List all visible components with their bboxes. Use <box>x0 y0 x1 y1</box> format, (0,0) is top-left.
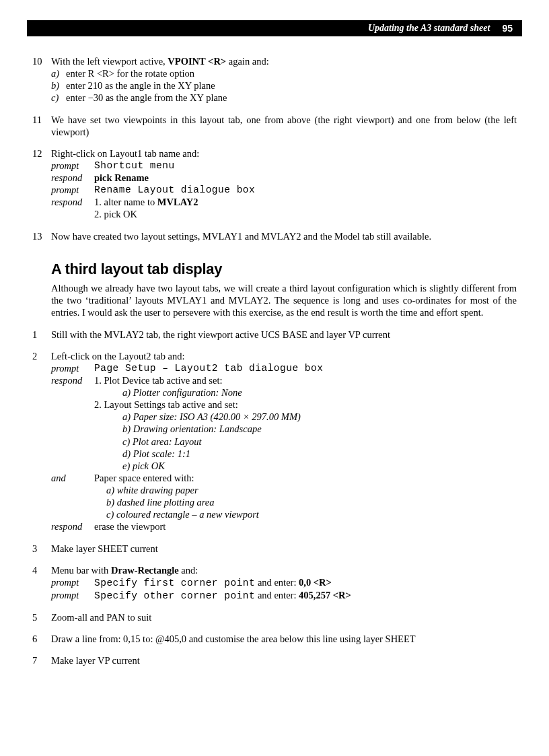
text: 0,0 <R> <box>299 577 332 588</box>
text: pick Rename <box>94 172 517 184</box>
item-number: 3 <box>32 543 51 555</box>
text: c) coloured rectangle – a new viewport <box>106 509 259 520</box>
header-title: Updating the A3 standard sheet <box>368 20 490 36</box>
list-item: 13 Now have created two layout settings,… <box>32 230 517 242</box>
text: MVLAY2 <box>157 197 198 207</box>
text: Shortcut menu <box>94 160 517 172</box>
list-item: 10 With the left viewport active, VPOINT… <box>32 55 517 104</box>
item-number: 6 <box>32 633 51 645</box>
prompt-label: prompt <box>51 576 94 589</box>
list-item: 4 Menu bar with Draw-Rectangle and: prom… <box>32 564 517 602</box>
text: Left-click on the Layout2 tab and: <box>51 350 517 362</box>
page-header: Updating the A3 standard sheet 95 <box>27 20 522 36</box>
text: With the left viewport active, <box>51 56 168 67</box>
list-item: 5 Zoom-all and PAN to suit <box>32 611 517 623</box>
text: Paper space entered with: <box>94 472 517 484</box>
respond-label: respond <box>51 196 94 208</box>
text: Make layer VP current <box>51 654 517 666</box>
item-number: 11 <box>32 114 51 138</box>
list-item: 12 Right-click on Layout1 tab name and: … <box>32 147 517 221</box>
text: 1. alter name to <box>94 197 157 207</box>
text: Right-click on Layout1 tab name and: <box>51 147 517 160</box>
text: Menu bar with <box>51 565 111 576</box>
respond-label: respond <box>51 374 94 386</box>
text: 405,257 <R> <box>299 590 351 600</box>
intro-paragraph: Although we already have two layout tabs… <box>32 282 517 318</box>
text: a) white drawing paper <box>106 485 198 495</box>
prompt-label: prompt <box>51 589 94 602</box>
list-item: 7 Make layer VP current <box>32 654 517 666</box>
text: c) Plot area: Layout <box>122 436 201 447</box>
sublist-label: c) <box>51 92 66 104</box>
text: Draw a line from: 0,15 to: @405,0 and cu… <box>51 633 517 645</box>
text: We have set two viewpoints in this layou… <box>51 114 517 138</box>
text: Page Setup – Layout2 tab dialogue box <box>94 362 517 374</box>
list-item: 11 We have set two viewpoints in this la… <box>32 114 517 138</box>
list-item: 6 Draw a line from: 0,15 to: @405,0 and … <box>32 633 517 645</box>
text: Rename Layout dialogue box <box>94 184 517 196</box>
item-number: 7 <box>32 654 51 666</box>
prompt-label: prompt <box>51 184 94 196</box>
text: Specify first corner point <box>94 578 255 588</box>
page-number: 95 <box>502 20 513 36</box>
prompt-label: prompt <box>51 160 94 172</box>
page-content: 10 With the left viewport active, VPOINT… <box>27 55 522 666</box>
text: enter 210 as the angle in the XY plane <box>66 79 215 92</box>
text: Make layer SHEET current <box>51 543 517 555</box>
sublist-label: a) <box>51 67 66 79</box>
list-item: 3 Make layer SHEET current <box>32 543 517 555</box>
text: 2. pick OK <box>94 208 517 220</box>
text: b) dashed line plotting area <box>106 497 215 508</box>
prompt-label: prompt <box>51 362 94 374</box>
item-number: 10 <box>32 55 51 104</box>
text: 1. Plot Device tab active and set: <box>94 374 517 386</box>
item-number: 12 <box>32 147 51 221</box>
list-item: 2 Left-click on the Layout2 tab and: pro… <box>32 350 517 533</box>
text: Although we already have two layout tabs… <box>51 282 517 318</box>
text: and enter: <box>255 577 299 588</box>
text: Specify other corner point <box>94 590 255 601</box>
text: VPOINT <R> <box>168 56 226 67</box>
text: and enter: <box>255 590 299 600</box>
item-number: 5 <box>32 611 51 623</box>
item-number: 13 <box>32 230 51 242</box>
item-number: 4 <box>32 564 51 602</box>
text: e) pick OK <box>122 460 165 471</box>
text: erase the viewport <box>94 520 517 532</box>
text: again and: <box>226 56 269 67</box>
text: b) Drawing orientation: Landscape <box>122 423 262 434</box>
text: Zoom-all and PAN to suit <box>51 611 517 623</box>
text: enter R <R> for the rotate option <box>66 67 194 79</box>
text: enter −30 as the angle from the XY plane <box>66 92 227 104</box>
item-number: 1 <box>32 329 51 341</box>
text: Draw-Rectangle <box>111 565 179 576</box>
respond-label: respond <box>51 172 94 184</box>
and-label: and <box>51 472 94 484</box>
respond-label: respond <box>51 520 94 532</box>
text: and: <box>179 565 198 576</box>
text: a) Plotter configuration: None <box>122 387 242 398</box>
text: a) Paper size: ISO A3 (420.00 × 297.00 M… <box>122 411 301 422</box>
text: 2. Layout Settings tab active and set: <box>51 399 517 411</box>
text: Still with the MVLAY2 tab, the right vie… <box>51 329 517 341</box>
list-item: 1 Still with the MVLAY2 tab, the right v… <box>32 329 517 341</box>
section-heading: A third layout tab display <box>51 260 517 279</box>
text: Now have created two layout settings, MV… <box>51 230 517 242</box>
text: d) Plot scale: 1:1 <box>122 448 190 459</box>
item-number: 2 <box>32 350 51 533</box>
sublist-label: b) <box>51 79 66 92</box>
